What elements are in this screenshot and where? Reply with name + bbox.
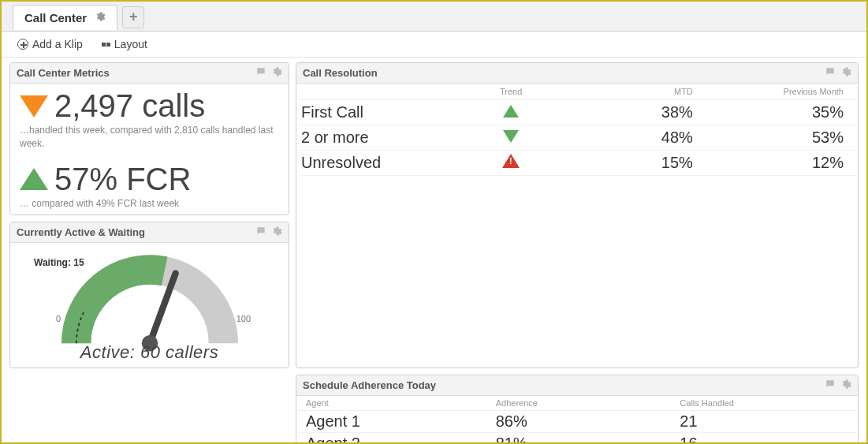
row-trend xyxy=(477,151,555,176)
col-agent: Agent xyxy=(298,396,488,411)
trend-up-icon xyxy=(20,168,48,190)
gear-icon[interactable] xyxy=(840,66,851,80)
table-row: 2 or more48%53% xyxy=(298,125,856,151)
comment-icon[interactable] xyxy=(825,66,836,80)
alert-icon xyxy=(502,154,520,168)
tab-bar: Call Center + xyxy=(2,2,866,32)
add-tab-button[interactable]: + xyxy=(122,6,144,28)
layout-button[interactable]: Layout xyxy=(102,38,147,50)
col-prev: Previous Month xyxy=(706,84,856,100)
trend-up-icon xyxy=(503,105,519,118)
panel-title: Call Resolution xyxy=(303,67,378,79)
panel-active-waiting: Currently Active & Waiting Waiting: 15 0… xyxy=(9,222,289,368)
table-row: First Call38%35% xyxy=(298,100,856,125)
panel-call-center-metrics: Call Center Metrics 2,497 calls …handled… xyxy=(9,62,289,215)
col-calls: Calls Handled xyxy=(672,396,856,411)
cell-calls: 16 xyxy=(672,433,856,444)
resolution-table: Trend MTD Previous Month First Call38%35… xyxy=(298,84,856,176)
gear-icon[interactable] xyxy=(271,66,282,80)
cell-adherence: 86% xyxy=(488,411,672,433)
trend-down-icon xyxy=(20,95,48,118)
row-label: First Call xyxy=(298,100,477,125)
waiting-label: Waiting: 15 xyxy=(34,257,84,268)
tab-call-center[interactable]: Call Center xyxy=(13,5,117,30)
cell-agent: Agent 1 xyxy=(298,411,488,433)
comment-icon[interactable] xyxy=(255,66,266,80)
row-label: Unresolved xyxy=(298,151,477,176)
table-row: Agent 281%16 xyxy=(298,433,856,444)
col-trend: Trend xyxy=(477,84,555,100)
fcr-subtext: … compared with 49% FCR last week xyxy=(20,197,279,211)
cell-calls: 21 xyxy=(672,411,856,433)
col-mtd: MTD xyxy=(555,84,706,100)
layout-icon xyxy=(102,43,106,47)
panel-header: Schedule Adherence Today xyxy=(296,375,858,396)
row-mtd: 15% xyxy=(555,151,706,176)
panel-title: Currently Active & Waiting xyxy=(17,226,145,238)
panel-header: Currently Active & Waiting xyxy=(10,222,289,243)
add-klip-button[interactable]: Add a Klip xyxy=(17,38,83,50)
table-row: Agent 186%21 xyxy=(298,411,856,433)
table-row: Unresolved15%12% xyxy=(298,151,856,176)
row-trend xyxy=(477,125,555,151)
calls-subtext: …handled this week, compared with 2,810 … xyxy=(20,124,279,151)
add-klip-label: Add a Klip xyxy=(32,38,83,50)
row-mtd: 48% xyxy=(555,125,706,151)
gauge-max-tick: 100 xyxy=(237,314,251,323)
comment-icon[interactable] xyxy=(825,379,836,392)
gauge-min-tick: 0 xyxy=(56,314,61,323)
gauge: Waiting: 15 0 100 Active: 60 callers xyxy=(10,243,289,368)
dashboard-grid: Call Center Metrics 2,497 calls …handled… xyxy=(2,58,866,444)
gear-icon[interactable] xyxy=(271,226,282,239)
cell-adherence: 81% xyxy=(488,433,672,444)
gear-icon[interactable] xyxy=(840,379,851,392)
row-prev: 35% xyxy=(706,100,856,125)
panel-header: Call Center Metrics xyxy=(10,63,289,84)
row-trend xyxy=(477,100,555,125)
panel-call-resolution: Call Resolution Trend MTD Previous Month xyxy=(296,62,859,368)
calls-value: 2,497 calls xyxy=(54,88,205,124)
toolbar: Add a Klip Layout xyxy=(2,32,866,58)
panel-header: Call Resolution xyxy=(296,63,858,84)
schedule-table: Agent Adherence Calls Handled Agent 186%… xyxy=(298,396,856,444)
trend-down-icon xyxy=(503,130,519,143)
fcr-metric: 57% FCR xyxy=(20,162,279,197)
panel-title: Call Center Metrics xyxy=(17,67,110,79)
fcr-value: 57% FCR xyxy=(54,162,191,197)
row-prev: 12% xyxy=(706,151,856,176)
panel-schedule-adherence: Schedule Adherence Today Agent Adherence… xyxy=(296,375,859,444)
panel-title: Schedule Adherence Today xyxy=(303,379,436,391)
left-column: Call Center Metrics 2,497 calls …handled… xyxy=(9,62,289,368)
panel-body: Agent Adherence Calls Handled Agent 186%… xyxy=(296,396,858,444)
row-prev: 53% xyxy=(706,125,856,151)
gear-icon[interactable] xyxy=(95,11,106,24)
row-mtd: 38% xyxy=(555,100,706,125)
col-adherence: Adherence xyxy=(488,396,672,411)
cell-agent: Agent 2 xyxy=(298,433,488,444)
plus-circle-icon xyxy=(17,39,28,50)
panel-body: 2,497 calls …handled this week, compared… xyxy=(10,84,289,215)
comment-icon[interactable] xyxy=(255,226,266,239)
tab-label: Call Center xyxy=(24,11,87,24)
layout-label: Layout xyxy=(114,38,147,50)
calls-metric: 2,497 calls xyxy=(20,88,279,124)
row-label: 2 or more xyxy=(298,125,477,151)
panel-body: Trend MTD Previous Month First Call38%35… xyxy=(296,84,858,179)
layout-icon xyxy=(106,43,110,47)
